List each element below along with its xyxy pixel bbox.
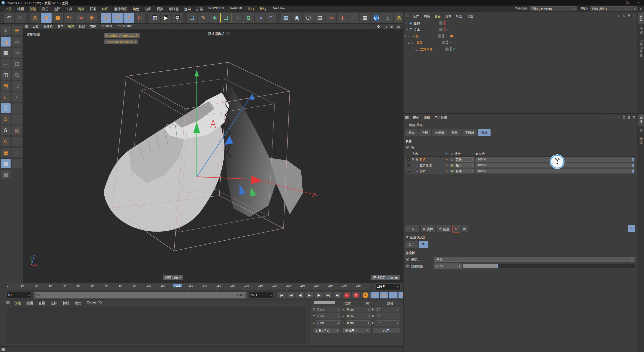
search-icon[interactable]: ⌕: [640, 7, 642, 11]
qr-icon[interactable]: QR: [371, 13, 382, 23]
编辑[interactable]: 编辑: [421, 14, 432, 18]
书签[interactable]: 书签: [465, 14, 475, 18]
效果器[interactable]: 效果器: [432, 129, 448, 136]
polygon-mode-icon[interactable]: ⬒: [1, 81, 11, 91]
rotation-input[interactable]: 0 ° ▲▼: [375, 314, 400, 319]
back-icon[interactable]: ←: [601, 115, 606, 119]
参数[interactable]: 参数: [448, 129, 461, 136]
redo-icon[interactable]: ↷: [15, 13, 26, 23]
layer-toggle[interactable]: [442, 41, 445, 44]
visibility-dots[interactable]: [444, 21, 446, 25]
field-name[interactable]: 立方体域: [420, 163, 432, 167]
混合[interactable]: 混合: [405, 241, 418, 248]
编辑[interactable]: 编辑: [15, 6, 27, 11]
toolbar-separator[interactable]: [97, 13, 100, 23]
field-row[interactable]: ✓ └ ∴ 文本 ∿ ◍ 普通∨ 100 %: [405, 168, 636, 174]
menu-burger-icon[interactable]: [25, 26, 28, 27]
编辑[interactable]: 编辑: [421, 115, 432, 120]
visibility-dots[interactable]: [442, 34, 444, 38]
goto-start-button[interactable]: |◀: [277, 292, 286, 299]
menu-burger-icon[interactable]: [314, 302, 335, 303]
array-generator-icon[interactable]: ⧉: [243, 13, 254, 23]
exchange-tool-icon[interactable]: ⇄: [12, 37, 22, 47]
forward-icon[interactable]: →: [606, 115, 611, 119]
points-grid-a-icon[interactable]: ∷: [12, 103, 22, 113]
layer-toggle[interactable]: [445, 48, 449, 51]
pan-view-icon[interactable]: ✥: [375, 24, 382, 29]
range-end-handle[interactable]: [245, 293, 246, 298]
volume-generator-icon[interactable]: ❏: [220, 13, 231, 23]
add-panel-icon[interactable]: ⊞: [631, 14, 636, 18]
object-name[interactable]: 文本: [414, 27, 438, 32]
record-keyframe-button[interactable]: ✦: [342, 292, 351, 299]
object-tree-row[interactable]: ⊟ ∷ 简易 ✓: [404, 39, 637, 46]
field-enabled-checkbox[interactable]: ✓: [407, 169, 410, 173]
toolbar-separator[interactable]: [26, 13, 29, 23]
node-space-select[interactable]: 当前 (Redshift)∨: [530, 6, 577, 11]
add-field-layer-icon[interactable]: ⊞: [452, 225, 460, 233]
points-hide-icon[interactable]: ∵: [12, 158, 22, 168]
apply-button[interactable]: 应用: [373, 328, 399, 333]
Redshift[interactable]: Redshift: [227, 6, 245, 11]
Redshift[interactable]: Redshift: [98, 24, 114, 29]
tree-connector[interactable]: ├: [411, 163, 415, 167]
摄像机[interactable]: 摄像机: [41, 24, 55, 29]
loop-start-field[interactable]: 0 F ▲▼: [7, 292, 32, 298]
search-icon[interactable]: ⌕: [616, 115, 621, 119]
strength-slider-handle[interactable]: [497, 264, 498, 268]
radio-icon[interactable]: [406, 146, 409, 149]
maximize-button[interactable]: ❐: [622, 0, 633, 6]
层[interactable]: 层: [418, 241, 428, 248]
tree-connector[interactable]: └: [411, 47, 415, 51]
field-enabled-checkbox[interactable]: ✓: [407, 158, 410, 161]
live-selection-icon[interactable]: ◎: [29, 13, 41, 23]
坐标[interactable]: 坐标: [418, 129, 431, 136]
layer-toggle[interactable]: [439, 21, 442, 25]
INSYDIUM[interactable]: INSYDIUM: [206, 6, 227, 11]
size-input[interactable]: 0 cm ▲▼: [346, 307, 371, 312]
radio-icon[interactable]: [406, 265, 409, 268]
render-view-icon[interactable]: ▥: [149, 13, 160, 23]
blend-mode-select[interactable]: 普通∨: [455, 169, 474, 173]
add-folder-layer-icon[interactable]: ⊞: [461, 225, 468, 233]
layer-toggle[interactable]: [439, 28, 442, 31]
scale-tool-icon[interactable]: ▣: [52, 13, 63, 23]
体积[interactable]: 体积: [99, 6, 111, 11]
创建[interactable]: 创建: [12, 300, 24, 305]
模式[interactable]: 模式: [411, 115, 421, 120]
对象[interactable]: 对象: [637, 12, 644, 24]
edge-mode-icon[interactable]: ◫: [1, 70, 11, 80]
tweak-tool-icon[interactable]: ☸: [12, 26, 22, 36]
remap-curve-icon[interactable]: ∿: [444, 163, 449, 167]
light-icon[interactable]: ❍: [303, 13, 314, 23]
prev-key-button[interactable]: |◀: [287, 292, 295, 299]
用户数据[interactable]: 用户数据: [432, 115, 449, 120]
层[interactable]: 层: [637, 126, 644, 135]
strength-slider[interactable]: [463, 263, 635, 269]
tree-connector[interactable]: ├: [405, 21, 409, 25]
points-up-icon[interactable]: ∴: [12, 147, 22, 157]
field-row[interactable]: ✓ ⊞ @ 延迟 ∿ ◍ 普通∨ 100 %: [405, 157, 636, 162]
workplane-icon[interactable]: ▦: [1, 147, 11, 157]
undo-icon[interactable]: ↶: [4, 13, 15, 23]
面板[interactable]: 面板: [88, 24, 98, 29]
场次[interactable]: 场次: [637, 24, 644, 37]
preview-range-slider[interactable]: 0 F 250 F: [34, 292, 247, 298]
查看[interactable]: 查看: [432, 14, 443, 18]
end-frame-field[interactable]: 250 F ▲▼: [249, 292, 274, 298]
move-tool-icon[interactable]: ✥: [41, 13, 52, 23]
rotate-view-icon[interactable]: ↻: [388, 24, 395, 29]
floor-icon[interactable]: ▦: [280, 13, 291, 23]
编辑[interactable]: 编辑: [24, 300, 36, 305]
内容浏览器[interactable]: 内容浏览器: [637, 37, 644, 60]
lock-workplane-icon[interactable]: ▦: [1, 158, 11, 168]
选择[interactable]: 选择: [48, 300, 60, 305]
remap-curve-icon[interactable]: ∿: [444, 169, 449, 173]
radio-icon[interactable]: [406, 258, 409, 261]
object-name[interactable]: 平面: [412, 34, 436, 38]
size-input[interactable]: 0 cm ▲▼: [346, 314, 371, 319]
tree-connector[interactable]: ⊞: [411, 158, 415, 161]
过滤[interactable]: 过滤: [77, 24, 88, 29]
z-axis-lock-icon[interactable]: Ⓩ: [123, 13, 134, 23]
blend-venn-icon[interactable]: ◍: [451, 158, 453, 161]
